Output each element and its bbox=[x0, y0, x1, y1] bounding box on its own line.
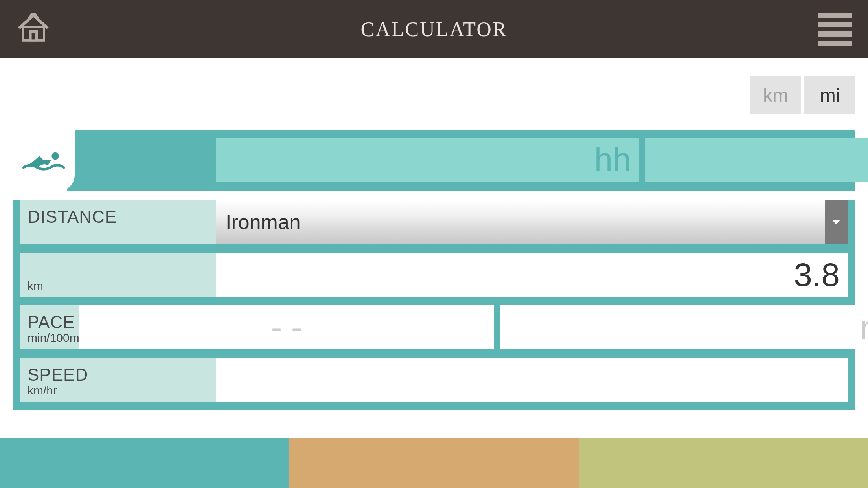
distance-unit-label: km bbox=[20, 253, 216, 297]
page-title: CALCULATOR bbox=[361, 18, 508, 41]
distance-label-text: DISTANCE bbox=[28, 207, 216, 227]
svg-rect-0 bbox=[23, 27, 44, 40]
distance-unit-text: km bbox=[28, 279, 216, 293]
hours-input[interactable] bbox=[216, 138, 639, 182]
pace-label-text: PACE bbox=[28, 312, 79, 332]
speed-row: SPEED km/hr bbox=[20, 358, 848, 402]
swim-tab[interactable] bbox=[13, 130, 75, 191]
pace-mm-input[interactable] bbox=[500, 305, 868, 349]
bottom-segment-swim[interactable] bbox=[0, 438, 289, 488]
chevron-down-icon bbox=[825, 200, 848, 244]
speed-input[interactable] bbox=[216, 358, 848, 402]
bottom-segment-run[interactable] bbox=[579, 438, 868, 488]
pace-label: PACE min/100m bbox=[20, 305, 79, 349]
distance-label: DISTANCE bbox=[20, 200, 216, 244]
swimmer-icon bbox=[22, 149, 65, 172]
speed-label: SPEED km/hr bbox=[20, 358, 216, 402]
menu-icon[interactable] bbox=[818, 13, 852, 46]
dropdown-value: Ironman bbox=[216, 200, 825, 244]
bottom-bar bbox=[0, 438, 868, 488]
unit-km-button[interactable]: km bbox=[750, 76, 801, 114]
minutes-input[interactable] bbox=[645, 138, 868, 182]
distance-row: DISTANCE Ironman bbox=[20, 200, 848, 244]
unit-mi-button[interactable]: mi bbox=[804, 76, 855, 114]
distance-value-row: km bbox=[20, 253, 848, 297]
time-section bbox=[67, 130, 855, 191]
svg-point-2 bbox=[51, 152, 59, 160]
pace-sublabel-text: min/100m bbox=[28, 331, 79, 345]
distance-value-input[interactable] bbox=[216, 253, 848, 297]
header: CALCULATOR bbox=[0, 0, 868, 58]
distance-dropdown[interactable]: Ironman bbox=[216, 200, 848, 244]
pace-row: PACE min/100m bbox=[20, 305, 848, 349]
calculator-panel: DISTANCE Ironman km PACE bbox=[13, 130, 855, 410]
pace-dash-input[interactable] bbox=[79, 305, 494, 349]
speed-sublabel-text: km/hr bbox=[28, 384, 216, 397]
unit-toggle: km mi bbox=[0, 58, 868, 130]
bottom-segment-bike[interactable] bbox=[289, 438, 579, 488]
speed-label-text: SPEED bbox=[28, 365, 216, 385]
home-icon[interactable] bbox=[16, 13, 51, 46]
rows-container: DISTANCE Ironman km PACE bbox=[13, 200, 855, 410]
